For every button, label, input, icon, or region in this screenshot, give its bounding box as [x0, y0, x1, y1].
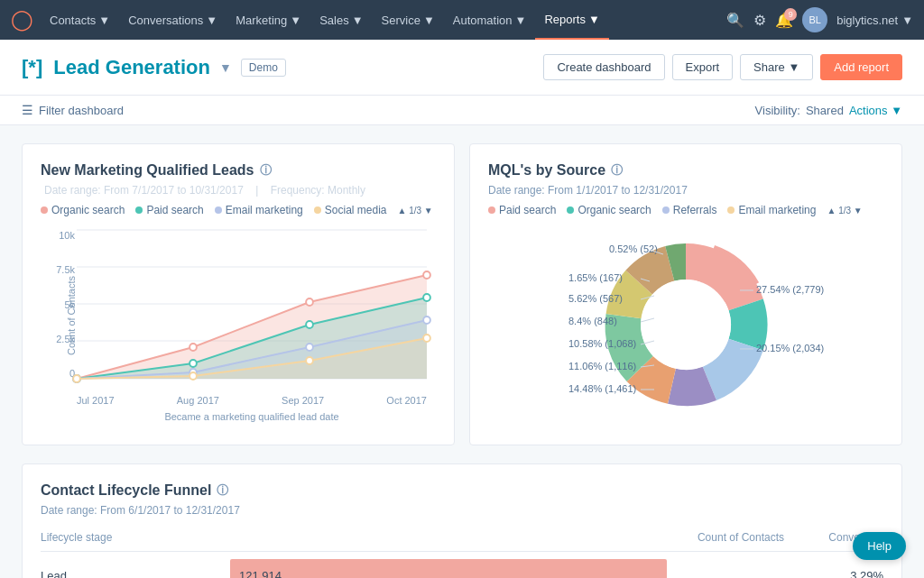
svg-point-16	[423, 317, 430, 324]
svg-text:0.52% (52): 0.52% (52)	[609, 243, 658, 254]
chart-area	[77, 230, 427, 379]
nav-reports[interactable]: Reports ▼	[535, 0, 608, 40]
funnel-conversion-lead: 3.29%	[793, 569, 883, 579]
help-button[interactable]: Help	[853, 532, 906, 560]
svg-point-8	[423, 271, 430, 279]
filter-bar: ☰ Filter dashboard Visibility: Shared Ac…	[0, 96, 924, 125]
donut-chart-container: 27.54% (2,779) 20.15% (2,034) 14.48% (1,…	[488, 225, 883, 427]
col-bar	[230, 531, 667, 544]
nav-automation[interactable]: Automation ▼	[444, 0, 536, 40]
svg-text:14.48% (1,461): 14.48% (1,461)	[568, 383, 636, 394]
nav-sales[interactable]: Sales ▼	[310, 0, 372, 40]
nav-right: 🔍 ⚙ 🔔 9 BL biglytics.net ▼	[726, 7, 913, 32]
svg-point-21	[641, 280, 731, 370]
x-axis-labels: Jul 2017 Aug 2017 Sep 2017 Oct 2017	[77, 395, 427, 406]
legend-organic-search: Organic search	[41, 204, 125, 216]
settings-icon[interactable]: ⚙	[753, 12, 766, 29]
notification-icon[interactable]: 🔔 9	[775, 12, 793, 29]
legend-paid: Paid search	[488, 204, 556, 216]
source-pagination[interactable]: ▲ 1/3 ▼	[827, 206, 862, 216]
funnel-stage-lead: Lead	[41, 569, 221, 579]
filter-dashboard-link[interactable]: ☰ Filter dashboard	[22, 103, 124, 117]
legend-organic: Organic search	[567, 204, 651, 216]
new-mql-legend: Organic search Paid search Email marketi…	[41, 204, 436, 216]
svg-point-15	[306, 344, 313, 351]
legend-paid-search: Paid search	[135, 204, 203, 216]
filter-icon: ☰	[22, 103, 33, 117]
avatar[interactable]: BL	[802, 7, 827, 32]
funnel-table: Lifecycle stage Count of Contacts Conver…	[41, 531, 883, 578]
x-axis-title: Became a marketing qualified lead date	[77, 411, 427, 422]
nav-items: Contacts ▼ Conversations ▼ Marketing ▼ S…	[41, 0, 726, 40]
col-count: Count of Contacts	[676, 531, 784, 544]
actions-dropdown[interactable]: Actions ▼	[849, 104, 902, 117]
nav-conversations[interactable]: Conversations ▼	[119, 0, 226, 40]
nav-contacts[interactable]: Contacts ▼	[41, 0, 119, 40]
funnel-title: Contact Lifecycle Funnel ⓘ	[41, 482, 883, 499]
svg-text:5.62% (567): 5.62% (567)	[568, 293, 623, 304]
nav-marketing[interactable]: Marketing ▼	[226, 0, 310, 40]
charts-row: New Marketing Qualified Leads ⓘ Date ran…	[22, 143, 902, 445]
navigation: ◯ Contacts ▼ Conversations ▼ Marketing ▼…	[0, 0, 924, 40]
svg-point-11	[306, 321, 313, 328]
funnel-bar-fill-lead: 121,914	[230, 559, 667, 578]
funnel-card: Contact Lifecycle Funnel ⓘ Date range: F…	[22, 463, 902, 578]
page-title: [*] Lead Generation	[22, 56, 210, 79]
mql-source-legend: Paid search Organic search Referrals Ema…	[488, 204, 883, 216]
svg-text:20.15% (2,034): 20.15% (2,034)	[756, 343, 824, 353]
svg-text:1.65% (167): 1.65% (167)	[568, 272, 623, 283]
y-axis-title: Count of Contacts	[66, 276, 77, 355]
line-chart: 10k 7.5k 5k 2.5k 0	[41, 225, 436, 406]
svg-text:27.54% (2,779): 27.54% (2,779)	[756, 284, 824, 295]
filter-right: Visibility: Shared Actions ▼	[755, 104, 902, 117]
new-mql-card: New Marketing Qualified Leads ⓘ Date ran…	[22, 143, 455, 445]
new-mql-title: New Marketing Qualified Leads ⓘ	[41, 162, 436, 179]
funnel-table-header: Lifecycle stage Count of Contacts Conver…	[41, 531, 883, 552]
legend-email-marketing: Email marketing	[215, 204, 303, 216]
legend-referrals: Referrals	[662, 204, 717, 216]
nav-service[interactable]: Service ▼	[373, 0, 444, 40]
svg-text:8.4% (848): 8.4% (848)	[568, 316, 617, 326]
new-mql-info-icon[interactable]: ⓘ	[260, 162, 272, 179]
add-report-button[interactable]: Add report	[820, 54, 902, 80]
share-button[interactable]: Share ▼	[740, 54, 813, 80]
header-left: [*] Lead Generation ▼ Demo	[22, 56, 286, 79]
header-buttons: Create dashboard Export Share ▼ Add repo…	[543, 54, 902, 80]
legend-email: Email marketing	[727, 204, 816, 216]
create-dashboard-button[interactable]: Create dashboard	[543, 54, 664, 80]
legend-dot-social	[314, 206, 321, 214]
funnel-info-icon[interactable]: ⓘ	[217, 482, 228, 499]
svg-point-7	[306, 298, 313, 306]
funnel-bar-lead: 121,914	[230, 559, 667, 578]
svg-point-12	[423, 294, 430, 301]
svg-point-19	[306, 357, 313, 364]
mql-source-subtitle: Date range: From 1/1/2017 to 12/31/2017	[488, 184, 883, 197]
legend-pagination[interactable]: ▲ 1/3 ▼	[397, 206, 432, 216]
title-dropdown-icon[interactable]: ▼	[219, 60, 232, 75]
svg-point-6	[189, 344, 197, 351]
svg-text:10.58% (1,068): 10.58% (1,068)	[568, 338, 636, 349]
svg-point-17	[73, 375, 80, 382]
svg-point-18	[189, 372, 197, 380]
legend-social-media: Social media	[314, 204, 387, 216]
svg-point-20	[423, 335, 430, 342]
col-stage: Lifecycle stage	[41, 531, 221, 544]
mql-source-title: MQL's by Source ⓘ	[488, 162, 883, 179]
svg-point-10	[189, 360, 197, 367]
legend-dot-paid	[135, 206, 143, 214]
mql-source-card: MQL's by Source ⓘ Date range: From 1/1/2…	[469, 143, 902, 445]
demo-badge: Demo	[241, 59, 286, 77]
legend-dot-organic	[41, 206, 48, 214]
new-mql-subtitle: Date range: From 7/1/2017 to 10/31/2017 …	[41, 184, 436, 197]
search-icon[interactable]: 🔍	[726, 12, 744, 29]
funnel-subtitle: Date range: From 6/1/2017 to 12/31/2017	[41, 504, 883, 517]
user-menu[interactable]: biglytics.net ▼	[836, 14, 913, 27]
export-button[interactable]: Export	[672, 54, 734, 80]
page-header: [*] Lead Generation ▼ Demo Create dashbo…	[0, 40, 924, 96]
legend-dot-email	[215, 206, 222, 214]
logo: ◯	[11, 8, 33, 32]
svg-text:11.06% (1,116): 11.06% (1,116)	[568, 361, 636, 372]
main-content: New Marketing Qualified Leads ⓘ Date ran…	[0, 125, 924, 578]
mql-source-info-icon[interactable]: ⓘ	[611, 162, 623, 179]
funnel-row-lead: Lead 121,914 3.29%	[41, 559, 883, 578]
